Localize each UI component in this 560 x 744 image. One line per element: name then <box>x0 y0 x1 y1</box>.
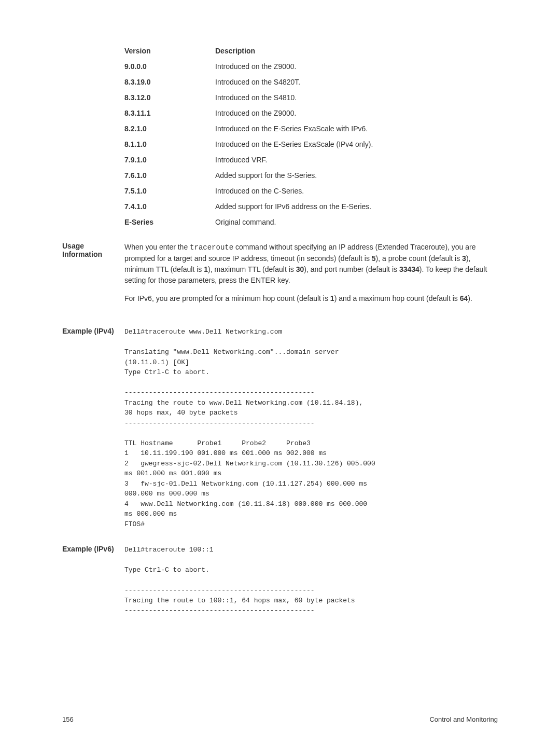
example-ipv6-label: Example (IPv6) <box>62 545 124 616</box>
cell-version: 8.2.1.0 <box>124 125 215 133</box>
cell-description: Added support for IPv6 address on the E-… <box>215 202 498 211</box>
usage-section: Usage Information When you enter the tra… <box>62 242 498 311</box>
example-ipv6-code: Dell#traceroute 100::1 Type Ctrl-C to ab… <box>124 545 498 616</box>
cell-version: E-Series <box>124 218 215 226</box>
table-row: 8.2.1.0 Introduced on the E-Series ExaSc… <box>124 125 498 133</box>
cell-description: Original command. <box>215 218 498 226</box>
usage-text: When you enter the <box>124 243 190 251</box>
table-row: 8.1.1.0 Introduced on the E-Series ExaSc… <box>124 140 498 148</box>
example-ipv4-label: Example (IPv4) <box>62 327 124 529</box>
cell-version: 8.3.11.1 <box>124 109 215 117</box>
usage-content: When you enter the traceroute command wi… <box>124 242 498 311</box>
usage-text: ) and a maximum hop count (default is <box>334 294 460 302</box>
cell-version: 7.4.1.0 <box>124 202 215 211</box>
table-row: 8.3.11.1 Introduced on the Z9000. <box>124 109 498 117</box>
example-ipv4-section: Example (IPv4) Dell#traceroute www.Dell … <box>62 327 498 529</box>
example-ipv4-code: Dell#traceroute www.Dell Networking.com … <box>124 327 498 529</box>
table-row: 8.3.19.0 Introduced on the S4820T. <box>124 78 498 86</box>
usage-text: ), a probe count (default is <box>376 254 463 263</box>
cell-description: Introduced on the S4810. <box>215 93 498 102</box>
usage-bold: 1 <box>330 294 334 302</box>
usage-bold: 64 <box>460 294 468 302</box>
cell-description: Added support for the S-Series. <box>215 171 498 180</box>
cell-version: 9.0.0.0 <box>124 62 215 71</box>
table-row: 7.5.1.0 Introduced on the C-Series. <box>124 187 498 195</box>
usage-cmd: traceroute <box>190 243 233 252</box>
table-header-row: Version Description <box>124 47 498 55</box>
usage-bold: 30 <box>296 265 304 273</box>
usage-text: ). <box>468 294 472 302</box>
usage-bold: 5 <box>372 254 376 263</box>
version-table: Version Description 9.0.0.0 Introduced o… <box>124 47 498 226</box>
cell-version: 8.1.1.0 <box>124 140 215 148</box>
table-row: E-Series Original command. <box>124 218 498 226</box>
cell-description: Introduced on the C-Series. <box>215 187 498 195</box>
usage-bold: 1 <box>204 265 208 273</box>
footer-title: Control and Monitoring <box>429 715 498 723</box>
usage-label: Usage Information <box>62 242 124 311</box>
example-ipv6-section: Example (IPv6) Dell#traceroute 100::1 Ty… <box>62 545 498 616</box>
usage-bold: 3 <box>462 254 466 263</box>
table-row: 7.6.1.0 Added support for the S-Series. <box>124 171 498 180</box>
cell-version: 7.6.1.0 <box>124 171 215 180</box>
cell-description: Introduced on the S4820T. <box>215 78 498 86</box>
usage-bold: 33434 <box>399 265 419 273</box>
page-number: 156 <box>62 715 74 723</box>
table-row: 7.9.1.0 Introduced VRF. <box>124 156 498 164</box>
cell-version: 8.3.12.0 <box>124 93 215 102</box>
table-row: 9.0.0.0 Introduced on the Z9000. <box>124 62 498 71</box>
cell-description: Introduced on the E-Series ExaScale (IPv… <box>215 140 498 148</box>
usage-text: ), maximum TTL (default is <box>208 265 296 273</box>
cell-version: 8.3.19.0 <box>124 78 215 86</box>
cell-description: Introduced VRF. <box>215 156 498 164</box>
cell-description: Introduced on the E-Series ExaScale with… <box>215 125 498 133</box>
page-footer: 156 Control and Monitoring <box>62 715 498 723</box>
table-row: 8.3.12.0 Introduced on the S4810. <box>124 93 498 102</box>
cell-description: Introduced on the Z9000. <box>215 109 498 117</box>
cell-version: 7.5.1.0 <box>124 187 215 195</box>
table-row: 7.4.1.0 Added support for IPv6 address o… <box>124 202 498 211</box>
cell-description: Introduced on the Z9000. <box>215 62 498 71</box>
header-description: Description <box>215 47 498 55</box>
usage-text: For IPv6, you are prompted for a minimum… <box>124 294 330 302</box>
usage-text: ), and port number (default is <box>304 265 399 273</box>
cell-version: 7.9.1.0 <box>124 156 215 164</box>
header-version: Version <box>124 47 215 55</box>
